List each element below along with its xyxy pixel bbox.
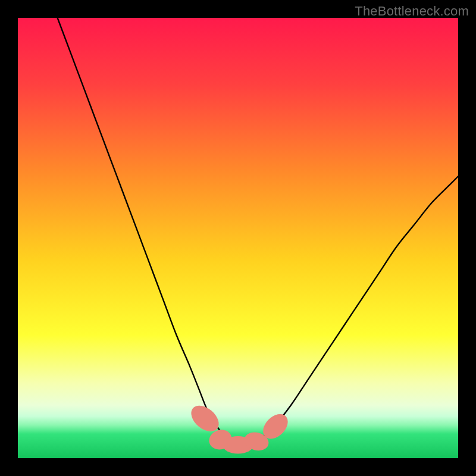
watermark-text: TheBottleneck.com xyxy=(355,4,469,19)
chart-svg xyxy=(18,18,458,458)
plot-area xyxy=(18,18,458,458)
gradient-background xyxy=(18,18,458,458)
chart-stage: TheBottleneck.com xyxy=(0,0,476,476)
